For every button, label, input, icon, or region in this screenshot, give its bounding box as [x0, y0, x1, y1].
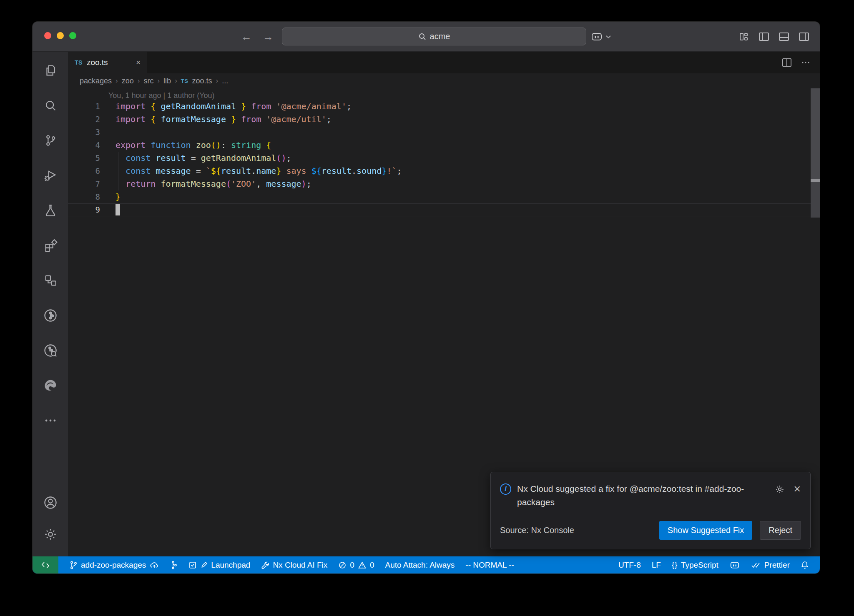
more-views-icon[interactable]: [38, 408, 63, 433]
eol-label: LF: [652, 561, 661, 570]
language-label: TypeScript: [681, 561, 718, 570]
error-icon: [338, 561, 347, 569]
chevron-right-icon: ›: [157, 77, 160, 85]
vim-mode-status-item[interactable]: -- NORMAL --: [465, 561, 514, 570]
encoding-status-item[interactable]: UTF-8: [618, 561, 641, 570]
tab-label: zoo.ts: [87, 58, 108, 67]
minimize-window-button[interactable]: [57, 32, 64, 39]
code-line[interactable]: 7 return formatMessage('ZOO', message);: [68, 178, 820, 190]
breadcrumb-item[interactable]: zoo: [122, 77, 134, 85]
vscode-window: ← → acme: [33, 22, 820, 573]
breadcrumb: packages › zoo › src › lib › TS zoo.ts ›…: [68, 73, 820, 88]
bell-icon: [801, 561, 809, 570]
line-number: 8: [68, 190, 100, 203]
show-suggested-fix-button[interactable]: Show Suggested Fix: [659, 521, 752, 540]
nx-console-icon[interactable]: [38, 303, 63, 328]
line-number: 1: [68, 100, 100, 113]
double-check-icon: [751, 561, 761, 569]
command-center-search[interactable]: acme: [282, 28, 586, 45]
pencil-icon: [201, 561, 208, 569]
cloud-upload-icon: [149, 561, 159, 569]
copilot-status-item[interactable]: [729, 561, 740, 570]
search-value: acme: [430, 32, 450, 41]
forward-arrow-icon[interactable]: →: [263, 30, 274, 43]
breadcrumb-more[interactable]: ...: [222, 77, 228, 85]
overview-ruler-cursor-marker: [811, 179, 820, 182]
chevron-down-icon[interactable]: [605, 35, 611, 39]
code-line[interactable]: 5 const result = getRandomAnimal();: [68, 152, 820, 165]
remote-explorer-icon[interactable]: [38, 268, 63, 293]
status-bar: add-zoo-packages Launchpad: [33, 556, 820, 573]
toggle-secondary-sidebar-icon[interactable]: [798, 32, 810, 42]
maximize-window-button[interactable]: [69, 32, 76, 39]
block-cursor: [116, 204, 120, 215]
back-arrow-icon[interactable]: ←: [241, 30, 252, 43]
source-control-icon[interactable]: [38, 128, 63, 153]
breadcrumb-item[interactable]: lib: [163, 77, 171, 85]
toggle-panel-icon[interactable]: [778, 32, 790, 42]
nx-cloud-icon[interactable]: [38, 338, 63, 363]
code-line[interactable]: 1import { getRandomAnimal } from '@acme/…: [68, 100, 820, 113]
typescript-file-icon: TS: [75, 59, 83, 66]
git-graph-status-item[interactable]: [170, 561, 178, 570]
search-icon: [418, 33, 427, 41]
notifications-bell-item[interactable]: [801, 561, 809, 570]
chevron-right-icon: ›: [138, 77, 140, 85]
more-actions-icon[interactable]: [801, 58, 811, 68]
tab-zoo-ts[interactable]: TS zoo.ts ×: [68, 52, 147, 73]
settings-gear-icon[interactable]: [38, 521, 63, 547]
nx-cloud-fix-label: Nx Cloud AI Fix: [273, 561, 327, 570]
testing-icon[interactable]: [38, 198, 63, 223]
line-number: 4: [68, 139, 100, 152]
eol-status-item[interactable]: LF: [652, 561, 661, 570]
language-status-item[interactable]: {} TypeScript: [672, 561, 718, 570]
explorer-icon[interactable]: [38, 58, 63, 83]
code-line[interactable]: 4export function zoo(): string {: [68, 139, 820, 152]
remote-indicator[interactable]: [33, 556, 58, 573]
notification-toast: i Nx Cloud suggested a fix for @acme/zoo…: [490, 472, 811, 549]
typescript-file-icon: TS: [181, 78, 188, 84]
branch-status-item[interactable]: add-zoo-packages: [69, 561, 159, 570]
breadcrumb-file[interactable]: zoo.ts: [192, 77, 212, 85]
tab-bar: TS zoo.ts ×: [68, 52, 820, 73]
auto-attach-status-item[interactable]: Auto Attach: Always: [385, 561, 455, 570]
code-line[interactable]: 2import { formatMessage } from '@acme/ut…: [68, 113, 820, 126]
close-window-button[interactable]: [44, 32, 51, 39]
code-line[interactable]: 8}: [68, 190, 820, 203]
chevron-right-icon: ›: [116, 77, 118, 85]
extensions-icon[interactable]: [38, 233, 63, 258]
line-number: 2: [68, 113, 100, 126]
launchpad-status-item[interactable]: Launchpad: [188, 561, 250, 570]
formatter-status-item[interactable]: Prettier: [751, 561, 790, 570]
search-sidebar-icon[interactable]: [38, 93, 63, 118]
git-blame-annotation: You, 1 hour ago | 1 author (You): [68, 88, 820, 100]
copilot-icon: [729, 561, 740, 570]
split-editor-icon[interactable]: [781, 58, 792, 68]
notification-settings-gear-icon[interactable]: [774, 484, 785, 495]
code-line[interactable]: 6 const message = `${result.name} says $…: [68, 165, 820, 178]
nx-cloud-fix-status-item[interactable]: Nx Cloud AI Fix: [261, 561, 327, 570]
titlebar: ← → acme: [33, 22, 820, 52]
formatter-label: Prettier: [764, 561, 790, 570]
close-tab-icon[interactable]: ×: [136, 58, 141, 67]
traffic-lights: [44, 32, 76, 39]
account-icon[interactable]: [38, 490, 63, 516]
customize-layout-icon[interactable]: [738, 32, 750, 42]
remote-icon: [41, 561, 50, 569]
copilot-icon[interactable]: [590, 31, 603, 42]
reject-button[interactable]: Reject: [760, 521, 801, 540]
line-number: 6: [68, 165, 100, 178]
edge-browser-icon[interactable]: [38, 373, 63, 398]
run-debug-icon[interactable]: [38, 163, 63, 188]
vertical-scrollbar[interactable]: [811, 182, 820, 218]
notification-close-icon[interactable]: ✕: [794, 484, 801, 495]
code-line[interactable]: 9: [68, 203, 820, 216]
toggle-primary-sidebar-icon[interactable]: [758, 32, 770, 42]
line-number: 9: [68, 203, 100, 216]
problems-status-item[interactable]: 0 0: [338, 561, 374, 570]
git-branch-icon: [69, 561, 78, 570]
breadcrumb-item[interactable]: src: [143, 77, 153, 85]
line-number: 7: [68, 178, 100, 190]
breadcrumb-item[interactable]: packages: [80, 77, 112, 85]
code-line[interactable]: 3: [68, 126, 820, 139]
